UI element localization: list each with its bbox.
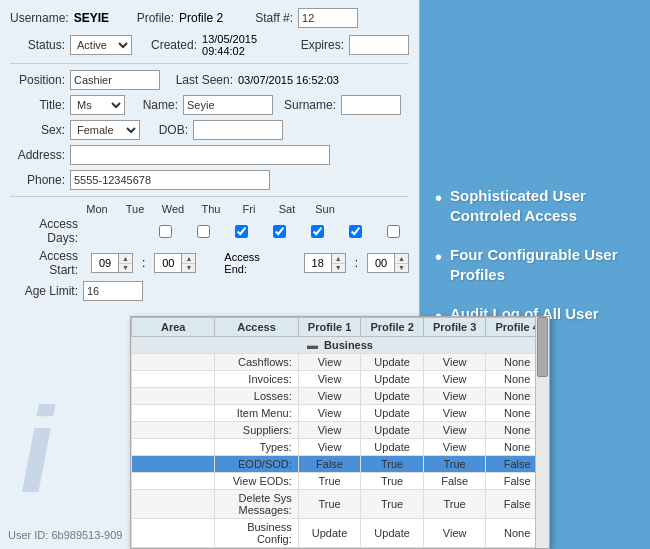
day-sat: Sat (268, 203, 306, 215)
business-header: ▬ Business (132, 337, 549, 354)
check-fri[interactable] (298, 225, 336, 238)
check-mon[interactable] (146, 225, 184, 238)
start-hour-up[interactable]: ▲ (119, 254, 132, 264)
col-access: Access (215, 318, 298, 337)
user-id: User ID: 6b989513-909 (8, 529, 122, 541)
access-end-hours[interactable]: ▲ ▼ (304, 253, 346, 273)
day-fri: Fri (230, 203, 268, 215)
start-hour-down[interactable]: ▼ (119, 264, 132, 273)
access-start-hours[interactable]: ▲ ▼ (91, 253, 133, 273)
last-seen-value: 03/07/2015 16:52:03 (238, 74, 339, 86)
check-thu[interactable] (260, 225, 298, 238)
table-row[interactable]: EOD/SOD:FalseTrueTrueFalse (132, 456, 549, 473)
start-min-down[interactable]: ▼ (182, 264, 195, 273)
check-sat[interactable] (336, 225, 374, 238)
bullet-2: • Four Configurable User Profiles (435, 245, 635, 284)
expires-input[interactable] (349, 35, 409, 55)
username-label: Username: (10, 11, 69, 25)
end-hour-input[interactable] (304, 253, 332, 273)
table-row[interactable]: Cashflows:ViewUpdateViewNone (132, 354, 549, 371)
check-tue[interactable] (184, 225, 222, 238)
checkboxes-row (146, 225, 412, 238)
row-phone: Phone: (10, 170, 409, 190)
staff-label: Staff #: (243, 11, 293, 25)
col-profile2: Profile 2 (361, 318, 424, 337)
status-select[interactable]: Active (70, 35, 132, 55)
row-sex: Sex: Female DOB: (10, 120, 409, 140)
end-hour-down[interactable]: ▼ (332, 264, 345, 273)
table-row[interactable]: Invoices:ViewUpdateViewNone (132, 371, 549, 388)
access-days-label: Access Days: (10, 217, 78, 245)
start-min-up[interactable]: ▲ (182, 254, 195, 264)
staff-input[interactable] (298, 8, 358, 28)
surname-label: Surname: (281, 98, 336, 112)
expand-icon: ▬ (307, 339, 318, 351)
table-wrapper: Area Access Profile 1 Profile 2 Profile … (131, 317, 549, 548)
sex-label: Sex: (10, 123, 65, 137)
col-area: Area (132, 318, 215, 337)
day-tue: Tue (116, 203, 154, 215)
left-panel: Username: SEYIE Profile: Profile 2 Staff… (0, 0, 420, 549)
address-input[interactable] (70, 145, 330, 165)
table-row[interactable]: Business Config:UpdateUpdateViewNone (132, 519, 549, 548)
time-colon-2: : (355, 256, 358, 270)
row-position: Position: Last Seen: 03/07/2015 16:52:03 (10, 70, 409, 90)
start-hour-input[interactable] (91, 253, 119, 273)
scrollbar[interactable] (535, 317, 549, 548)
table-row[interactable]: Delete Sys Messages:TrueTrueTrueFalse (132, 490, 549, 519)
table-row[interactable]: Types:ViewUpdateViewNone (132, 439, 549, 456)
col-profile3: Profile 3 (423, 318, 486, 337)
day-wed: Wed (154, 203, 192, 215)
table-row[interactable]: Item Menu:ViewUpdateViewNone (132, 405, 549, 422)
main-container: Username: SEYIE Profile: Profile 2 Staff… (0, 0, 650, 549)
access-days-header: Mon Tue Wed Thu Fri Sat Sun (10, 203, 409, 215)
start-min-arrows[interactable]: ▲ ▼ (182, 253, 196, 273)
check-wed[interactable] (222, 225, 260, 238)
status-label: Status: (10, 38, 65, 52)
bullet-dot-2: • (435, 247, 442, 267)
check-sun[interactable] (374, 225, 412, 238)
sex-select[interactable]: Female (70, 120, 140, 140)
age-row: Age Limit: (10, 281, 409, 301)
end-hour-arrows[interactable]: ▲ ▼ (332, 253, 346, 273)
start-hour-arrows[interactable]: ▲ ▼ (119, 253, 133, 273)
position-input[interactable] (70, 70, 160, 90)
bullet-text-2: Four Configurable User Profiles (450, 245, 635, 284)
phone-input[interactable] (70, 170, 270, 190)
expires-label: Expires: (299, 38, 344, 52)
table-row[interactable]: Losses:ViewUpdateViewNone (132, 388, 549, 405)
time-colon-1: : (142, 256, 145, 270)
day-mon: Mon (78, 203, 116, 215)
surname-input[interactable] (341, 95, 401, 115)
created-value: 13/05/2015 09:44:02 (202, 33, 284, 57)
col-profile1: Profile 1 (298, 318, 361, 337)
bullet-dot-1: • (435, 188, 442, 208)
end-hour-up[interactable]: ▲ (332, 254, 345, 264)
access-time-row: Access Start: ▲ ▼ : ▲ ▼ Access End: (10, 249, 409, 277)
age-limit-input[interactable] (83, 281, 143, 301)
end-min-down[interactable]: ▼ (395, 264, 408, 273)
title-select[interactable]: Ms (70, 95, 125, 115)
address-label: Address: (10, 148, 65, 162)
row-address: Address: (10, 145, 409, 165)
name-input[interactable] (183, 95, 273, 115)
end-min-arrows[interactable]: ▲ ▼ (395, 253, 409, 273)
end-min-up[interactable]: ▲ (395, 254, 408, 264)
start-min-input[interactable] (154, 253, 182, 273)
access-end-label: Access End: (224, 251, 280, 275)
dob-label: DOB: (148, 123, 188, 137)
bullet-1: • Sophisticated User Controled Access (435, 186, 635, 225)
end-min-input[interactable] (367, 253, 395, 273)
access-start-mins[interactable]: ▲ ▼ (154, 253, 196, 273)
access-end-mins[interactable]: ▲ ▼ (367, 253, 409, 273)
dob-input[interactable] (193, 120, 283, 140)
scrollbar-thumb[interactable] (537, 317, 548, 377)
row-username: Username: SEYIE Profile: Profile 2 Staff… (10, 8, 409, 28)
table-row[interactable]: Suppliers:ViewUpdateViewNone (132, 422, 549, 439)
table-row[interactable]: View EODs:TrueTrueFalseFalse (132, 473, 549, 490)
day-thu: Thu (192, 203, 230, 215)
access-table: Area Access Profile 1 Profile 2 Profile … (131, 317, 549, 548)
row-status: Status: Active Created: 13/05/2015 09:44… (10, 33, 409, 57)
created-label: Created: (142, 38, 197, 52)
profile-value: Profile 2 (179, 11, 223, 25)
